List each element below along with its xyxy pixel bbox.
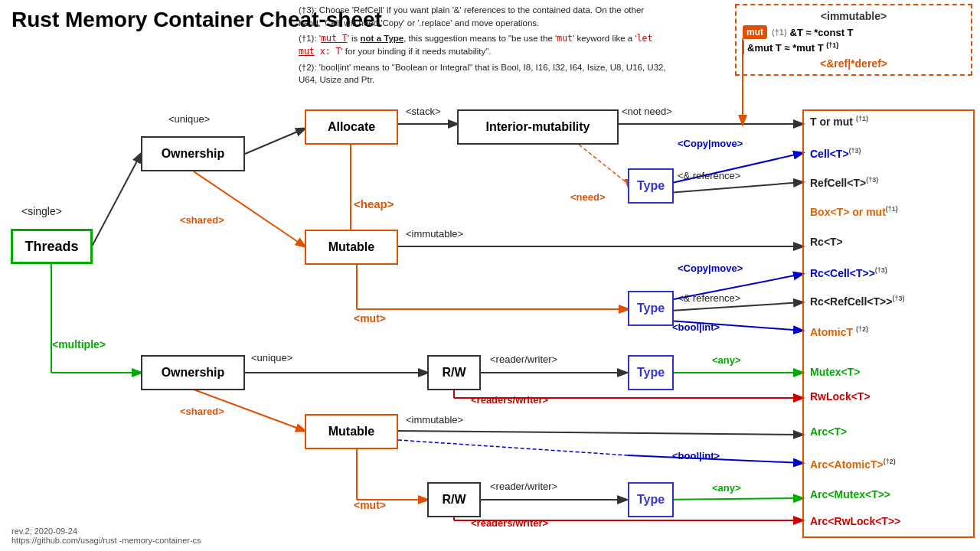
- ownership2-box: Ownership: [141, 355, 245, 390]
- type1-box: Type: [628, 168, 674, 204]
- label-copy-move1: <Copy|move>: [678, 138, 743, 149]
- mutable1-box: Mutable: [305, 230, 398, 265]
- page: Rust Memory Container Cheat-sheet (†3): …: [0, 0, 980, 551]
- label-not-need: <not need>: [622, 106, 672, 117]
- mutable2-box: Mutable: [305, 414, 398, 449]
- label-unique2: <unique>: [251, 352, 292, 364]
- mut-badge-1: mut: [743, 25, 767, 39]
- svg-line-1: [245, 129, 305, 154]
- svg-line-28: [658, 498, 802, 500]
- label-bool-int2: <bool|int>: [672, 450, 720, 461]
- label-reader-writer1: <reader/writer>: [490, 354, 557, 365]
- interior-box: Interior-mutability: [457, 109, 619, 145]
- label-bool-int1: <bool|int>: [672, 321, 720, 333]
- type3-box: Type: [628, 355, 674, 390]
- type-t8: AtomicT (†2): [810, 325, 868, 338]
- label-need: <need>: [570, 191, 606, 203]
- right-panel-border: [802, 109, 975, 538]
- type-t12: Arc<AtomicT>(†2): [810, 458, 896, 471]
- svg-line-5: [574, 141, 628, 184]
- label-mut1: <mut>: [354, 312, 386, 324]
- top-right-box: <immutable> mut (†1) &T ≈ *const T &mut …: [735, 4, 972, 76]
- label-readers-writer1: <readers/writer>: [471, 394, 548, 406]
- label-ref1: <& reference>: [678, 170, 740, 181]
- footer: rev.2; 2020-09-24 https://github.com/usa…: [11, 527, 201, 545]
- type-t3: RefCell<T>(†3): [810, 176, 878, 189]
- ref-deref-label: <&ref|*deref>: [743, 57, 965, 70]
- type2-box: Type: [628, 291, 674, 326]
- type-t6: Rc<Cell<T>>(†3): [810, 266, 887, 279]
- label-immutable1: <immutable>: [406, 228, 463, 240]
- label-immutable2: <immutable>: [406, 414, 463, 425]
- right-panel-left-border: [802, 109, 804, 538]
- mut-sup-2: (†1): [826, 41, 838, 49]
- label-any1: <any>: [712, 354, 741, 366]
- type-t4: Box<T> or mut(†1): [810, 205, 898, 218]
- type-t10: RwLock<T>: [810, 390, 871, 403]
- footnote-box: (†3): Choose 'RefCell' if you want plain…: [299, 4, 666, 86]
- svg-line-31: [398, 440, 628, 455]
- type-t7: Rc<RefCell<T>>(†3): [810, 295, 904, 308]
- rw1-box: R/W: [427, 355, 481, 390]
- label-shared2: <shared>: [180, 406, 224, 417]
- footer-url: https://github.com/usagi/rust -memory-co…: [11, 536, 201, 545]
- type-t2: Cell<T>(†3): [810, 147, 861, 160]
- svg-line-24: [398, 431, 802, 435]
- tr-text-1: &T ≈ *const T: [790, 27, 854, 38]
- type-t11: Arc<T>: [810, 425, 847, 438]
- type-t9: Mutex<T>: [810, 366, 860, 378]
- type-t1: T or mut (†1): [810, 115, 868, 128]
- footer-rev: rev.2; 2020-09-24: [11, 527, 201, 536]
- label-unique1: <unique>: [168, 113, 210, 125]
- footnote-1: (†1): 'mut T' is not a Type, this sugges…: [299, 32, 666, 57]
- footnote-2: (†2): 'bool|int' means to "Boolean or In…: [299, 61, 666, 86]
- label-stack: <stack>: [406, 106, 441, 117]
- label-mut2: <mut>: [354, 499, 386, 511]
- rw2-box: R/W: [427, 482, 481, 517]
- label-single: <single>: [21, 205, 62, 217]
- type4-box: Type: [628, 482, 674, 517]
- label-any2: <any>: [712, 482, 741, 494]
- type-t5: Rc<T>: [810, 236, 843, 248]
- type-t14: Arc<RwLock<T>>: [810, 515, 900, 527]
- threads-box: Threads: [11, 229, 93, 264]
- label-readers-writer2: <readers/writer>: [471, 517, 548, 529]
- tr-text-2: &mut T ≈ *mut T (†1): [747, 41, 838, 54]
- label-reader-writer2: <reader/writer>: [490, 481, 557, 492]
- svg-line-10: [194, 171, 305, 246]
- mut-sup-1: (†1): [772, 28, 787, 37]
- ownership1-box: Ownership: [141, 136, 245, 171]
- label-heap: <heap>: [354, 197, 394, 210]
- svg-line-0: [92, 154, 141, 246]
- label-copy-move2: <Copy|move>: [678, 262, 743, 274]
- immutable-label: <immutable>: [743, 10, 965, 22]
- svg-line-8: [658, 182, 802, 194]
- label-ref2: <& reference>: [678, 292, 740, 304]
- tr-row-1: mut (†1) &T ≈ *const T: [743, 25, 965, 39]
- footnote-3: (†3): Choose 'RefCell' if you want plain…: [299, 4, 666, 29]
- type-t13: Arc<Mutex<T>>: [810, 488, 890, 500]
- tr-row-2: &mut T ≈ *mut T (†1): [743, 41, 965, 54]
- arrow-right-indicator: [743, 41, 744, 54]
- allocate-box: Allocate: [305, 109, 398, 145]
- label-multiple: <multiple>: [52, 338, 106, 350]
- label-shared1: <shared>: [180, 214, 224, 226]
